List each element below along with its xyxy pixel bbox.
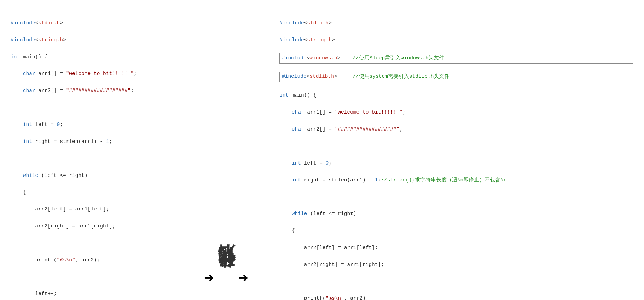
left-panel: #include<stdio.h> #include<string.h> int… [4,7,180,300]
main-container: #include<stdio.h> #include<string.h> int… [0,0,644,300]
right-arrow-icon: ➔ [238,270,249,287]
right-code-block: #include<stdio.h> #include<string.h> #in… [279,11,633,300]
arrows-row: ➔ 代码优化后 ➔ [184,270,269,287]
middle-section: ➔ 代码优化后 ➔ [180,7,272,300]
left-arrow-icon: ➔ [204,270,214,287]
right-panel: #include<stdio.h> #include<string.h> #in… [272,7,640,300]
left-code-block: #include<stdio.h> #include<string.h> int… [11,11,173,300]
label-vertical: 代码优化后 [218,275,235,282]
right-panel-wrapper: #include<stdio.h> #include<string.h> #in… [272,7,640,300]
